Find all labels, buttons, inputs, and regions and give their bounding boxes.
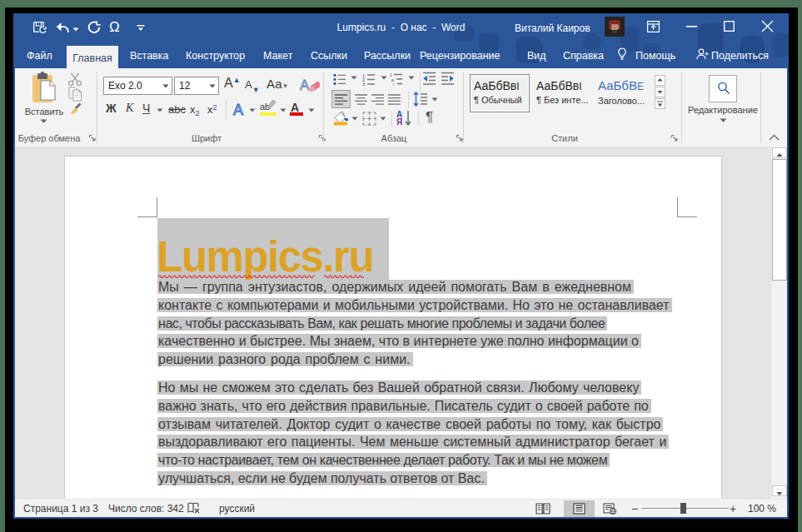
svg-text:А: А: [300, 77, 310, 93]
svg-text:i: i: [393, 82, 394, 86]
svg-text:3: 3: [362, 82, 365, 86]
svg-text:А: А: [233, 102, 243, 118]
